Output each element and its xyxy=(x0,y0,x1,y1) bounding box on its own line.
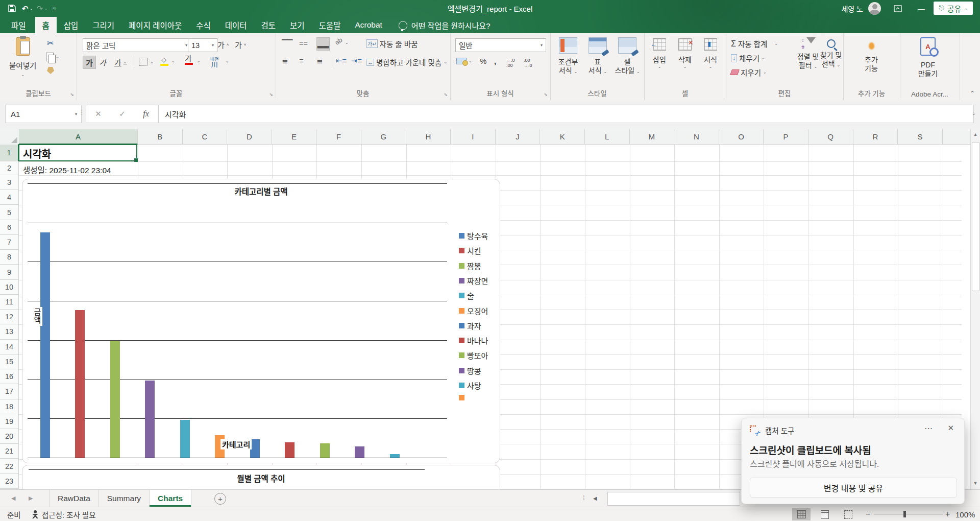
fill-color-button[interactable]: ◇ xyxy=(159,56,168,66)
zoom-slider[interactable] xyxy=(874,514,943,514)
row-header-11[interactable]: 11 xyxy=(0,295,19,310)
notification-close-icon[interactable]: ✕ xyxy=(947,423,954,433)
row-header-12[interactable]: 12 xyxy=(0,310,19,324)
column-header-A[interactable]: A xyxy=(19,129,138,145)
clear-button[interactable]: 지우기⌄ xyxy=(731,67,767,78)
row-header-19[interactable]: 19 xyxy=(0,414,19,429)
redo-dropdown-icon[interactable]: ⌄ xyxy=(44,6,48,11)
tab-보기[interactable]: 보기 xyxy=(283,17,312,33)
minimize-button[interactable]: — xyxy=(910,0,933,17)
sheet-tab-Summary[interactable]: Summary xyxy=(99,490,150,507)
column-header-O[interactable]: O xyxy=(719,129,764,145)
ribbon-display-options-icon[interactable] xyxy=(886,0,910,17)
column-header-S[interactable]: S xyxy=(898,129,943,145)
orientation-dropdown[interactable]: ⌄ xyxy=(345,40,349,45)
row-header-7[interactable]: 7 xyxy=(0,235,19,250)
column-header-H[interactable]: H xyxy=(406,129,451,145)
collapse-ribbon-icon[interactable]: ⌃ xyxy=(970,90,975,97)
hscroll-left-icon[interactable]: ◀ xyxy=(593,490,597,507)
merge-center-button[interactable]: ↔ 병합하고 가운데 맞춤 ⌄ xyxy=(366,57,447,67)
bar-짬뽕[interactable] xyxy=(110,341,120,458)
row-header-6[interactable]: 6 xyxy=(0,220,19,235)
wrap-text-button[interactable]: 가↵ 자동 줄 바꿈 xyxy=(366,38,418,49)
bar-짜장면[interactable] xyxy=(145,381,155,458)
confirm-entry-icon[interactable]: ✓ xyxy=(119,109,126,119)
tell-me-box[interactable]: 어떤 작업을 원하시나요? xyxy=(399,17,491,33)
zoom-slider-thumb[interactable] xyxy=(903,511,906,517)
sheet-nav-left-icon[interactable]: ◀ xyxy=(11,490,15,507)
bar-술[interactable] xyxy=(180,420,190,458)
horizontal-scroll-thumb[interactable] xyxy=(607,492,740,506)
phonetic-button[interactable]: 내천川 xyxy=(210,56,219,67)
avatar[interactable] xyxy=(868,2,881,15)
clipboard-dialog-launcher-icon[interactable]: ⇘ xyxy=(70,92,74,97)
legend-item-땅콩[interactable]: 땅콩 xyxy=(459,365,481,376)
status-accessibility[interactable]: 접근성: 조사 필요 xyxy=(32,507,95,521)
expand-formula-bar-icon[interactable]: ⌄ xyxy=(972,110,976,116)
notification-action-button[interactable]: 변경 내용 및 공유 xyxy=(750,478,957,498)
increase-indent-icon[interactable]: ⇥≡ xyxy=(351,57,362,65)
tab-Acrobat[interactable]: Acrobat xyxy=(348,17,389,33)
row-header-13[interactable]: 13 xyxy=(0,324,19,339)
zoom-in-icon[interactable]: + xyxy=(945,507,950,521)
fill-color-dropdown[interactable]: ⌄ xyxy=(172,59,175,63)
normal-view-button[interactable] xyxy=(792,508,811,520)
comma-style-button[interactable]: , xyxy=(494,57,496,65)
borders-button[interactable]: ⌄ xyxy=(139,58,154,66)
column-header-G[interactable]: G xyxy=(361,129,406,145)
tab-도움말[interactable]: 도움말 xyxy=(312,17,348,33)
column-header-I[interactable]: I xyxy=(451,129,496,145)
column-header-E[interactable]: E xyxy=(272,129,317,145)
align-left-icon[interactable]: ≣ xyxy=(282,57,288,65)
decrease-decimal-button[interactable]: .00→.0 xyxy=(524,58,532,68)
bar-chart[interactable]: 카테고리별 금액 탕수육치킨짬뽕짜장면술오징어과자바나나빵또아땅콩사탕 금액 카… xyxy=(22,179,500,463)
line-chart-partial[interactable]: 월별 금액 추이 xyxy=(22,465,500,489)
delete-cells-button[interactable]: ✕ 삭제 ⌄ xyxy=(674,38,696,69)
accounting-format-button[interactable]: ⌄ xyxy=(456,58,472,64)
tab-그리기[interactable]: 그리기 xyxy=(85,17,121,33)
zoom-level[interactable]: 100% xyxy=(955,507,975,521)
phonetic-dropdown[interactable]: ⌄ xyxy=(226,59,229,63)
conditional-formatting-button[interactable]: 조건부 서식 ⌄ xyxy=(554,37,582,76)
legend-item-사탕[interactable]: 사탕 xyxy=(459,380,481,391)
new-sheet-button[interactable]: + xyxy=(214,493,226,505)
row-header-14[interactable]: 14 xyxy=(0,340,19,354)
create-pdf-button[interactable]: A PDF 만들기 xyxy=(914,37,942,78)
notification-more-icon[interactable]: ⋯ xyxy=(924,423,933,433)
legend-item-짜장면[interactable]: 짜장면 xyxy=(459,275,488,286)
autosum-button[interactable]: Σ 자동 합계⌄ xyxy=(731,38,778,49)
column-header-N[interactable]: N xyxy=(674,129,719,145)
tab-삽입[interactable]: 삽입 xyxy=(57,17,86,33)
tab-홈[interactable]: 홈 xyxy=(35,17,57,33)
number-format-select[interactable]: 일반▾ xyxy=(455,38,546,52)
legend-item-짬뽕[interactable]: 짬뽕 xyxy=(459,260,481,271)
page-break-view-button[interactable] xyxy=(839,508,857,520)
row-header-17[interactable]: 17 xyxy=(0,384,19,399)
column-header-K[interactable]: K xyxy=(540,129,585,145)
align-bottom-icon[interactable]: ▂▂ xyxy=(316,37,330,51)
font-color-dropdown[interactable]: ⌄ xyxy=(197,59,201,63)
row-header-3[interactable]: 3 xyxy=(0,175,19,190)
undo-dropdown-icon[interactable]: ⌄ xyxy=(30,6,33,11)
copy-button[interactable]: ⌄ xyxy=(46,53,59,61)
tab-파일[interactable]: 파일 xyxy=(2,17,35,33)
column-header-partial[interactable] xyxy=(943,129,971,145)
cell-a1[interactable]: 시각화 xyxy=(23,146,51,161)
sheet-tab-RawData[interactable]: RawData xyxy=(49,490,99,507)
legend-item-과자[interactable]: 과자 xyxy=(459,320,481,331)
row-header-8[interactable]: 8 xyxy=(0,250,19,265)
snipping-tool-notification[interactable]: ✂ 캡처 도구 ⋯ ✕ 스크린샷이 클립보드에 복사됨 스크린샷 폴더에 자동으… xyxy=(741,418,965,504)
bar-바나나[interactable] xyxy=(285,442,295,458)
name-box[interactable]: A1▾ xyxy=(5,105,82,123)
scroll-up-icon[interactable]: ▲ xyxy=(971,129,980,139)
row-header-15[interactable]: 15 xyxy=(0,354,19,369)
cell-a2[interactable]: 생성일: 2025-11-02 23:04 xyxy=(23,164,111,175)
column-header-B[interactable]: B xyxy=(138,129,183,145)
tab-검토[interactable]: 검토 xyxy=(254,17,283,33)
column-header-J[interactable]: J xyxy=(496,129,541,145)
row-header-1[interactable]: 1 xyxy=(0,145,19,161)
fill-button[interactable]: ↓ 채우기⌄ xyxy=(731,53,765,63)
column-header-P[interactable]: P xyxy=(764,129,808,145)
save-icon[interactable] xyxy=(5,2,18,15)
bar-탕수육[interactable] xyxy=(40,232,50,458)
